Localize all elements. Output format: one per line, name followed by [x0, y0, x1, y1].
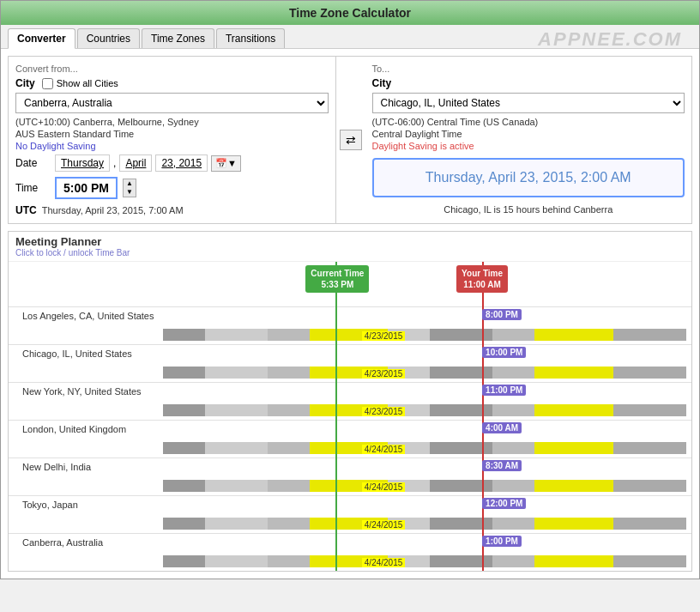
city-time-label: 4:00 AM — [482, 422, 522, 433]
time-up-btn[interactable]: ▲ — [124, 179, 136, 188]
city-name-label: Canberra, Australia — [15, 536, 110, 549]
city-name-label: Tokyo, Japan — [15, 498, 85, 512]
date-month[interactable]: April — [119, 155, 152, 172]
time-spinner[interactable]: ▲ ▼ — [123, 179, 136, 197]
planner-area[interactable]: Current Time5:33 PMYour Time11:00 AM Los… — [9, 262, 691, 571]
from-tz-offset: (UTC+10:00) Canberra, Melbourne, Sydney — [15, 117, 329, 127]
result-box: Thursday, April 23, 2015, 2:00 AM — [372, 158, 685, 197]
city-name-label: New York, NY, United States — [15, 385, 148, 398]
timeline-bar — [163, 404, 686, 416]
result-text: Thursday, April 23, 2015, 2:00 AM — [425, 170, 631, 185]
city-time-label: 1:00 PM — [482, 536, 522, 547]
swap-button[interactable]: ⇄ — [340, 130, 362, 150]
time-label: Time — [15, 182, 50, 194]
city-name-label: New Delhi, India — [15, 460, 98, 474]
converter-section: Convert from... City Show all Cities Can… — [8, 56, 692, 224]
city-date-label: 4/24/2015 — [362, 558, 406, 567]
city-header-to-row: City — [372, 77, 685, 89]
date-day[interactable]: Thursday — [55, 155, 110, 172]
tab-converter[interactable]: Converter — [8, 28, 75, 49]
city-rows-container: Los Angeles, CA, United States8:00 PM4/2… — [9, 306, 691, 571]
city-date-label: 4/23/2015 — [362, 407, 406, 416]
show-all-cities-row: Show all Cities — [42, 78, 118, 89]
time-value: 5:00 PM — [63, 181, 109, 195]
planner-city-row[interactable]: Chicago, IL, United States10:00 PM4/23/2… — [9, 344, 691, 382]
from-tz-name: AUS Eastern Standard Time — [15, 129, 329, 139]
to-tz-offset: (UTC-06:00) Central Time (US Canada) — [372, 117, 685, 127]
show-all-cities-label: Show all Cities — [57, 78, 118, 88]
city-time-label: 8:30 AM — [482, 460, 522, 471]
timeline-bar — [163, 518, 686, 530]
tabs-row: Converter Countries Time Zones Transitio… — [1, 25, 699, 49]
app-container: Time Zone Calculator Converter Countries… — [0, 0, 700, 579]
meeting-hint[interactable]: Click to lock / unlock Time Bar — [15, 248, 685, 258]
utc-label: UTC — [15, 204, 37, 216]
date-label: Date — [15, 157, 50, 169]
to-tz-name: Central Daylight Time — [372, 129, 685, 139]
to-daylight: Daylight Saving is active — [372, 141, 685, 151]
time-markers-row: Current Time5:33 PMYour Time11:00 AM — [9, 262, 691, 306]
planner-city-row[interactable]: Canberra, Australia1:00 PM4/24/2015 — [9, 533, 691, 571]
city-name-label: London, United Kingdom — [15, 422, 133, 436]
date-row: Date Thursday , April 23, 2015 📅▼ — [15, 155, 329, 172]
timeline-bar — [163, 480, 686, 492]
timeline-bar — [163, 367, 686, 379]
date-comma: , — [113, 157, 116, 169]
planner-city-row[interactable]: New York, NY, United States11:00 PM4/23/… — [9, 382, 691, 420]
planner-city-row[interactable]: New Delhi, India8:30 AM4/24/2015 — [9, 457, 691, 495]
timeline-bar — [163, 555, 686, 567]
behind-text: Chicago, IL is 15 hours behind Canberra — [372, 204, 685, 215]
main-content: Convert from... City Show all Cities Can… — [1, 49, 699, 579]
date-num[interactable]: 23, 2015 — [155, 155, 208, 172]
meeting-section: Meeting Planner Click to lock / unlock T… — [8, 231, 692, 572]
city-name-label: Chicago, IL, United States — [15, 347, 139, 361]
city-label-to: City — [372, 77, 392, 89]
city-date-label: 4/23/2015 — [362, 331, 406, 341]
utc-row: UTC Thursday, April 23, 2015, 7:00 AM — [15, 204, 329, 216]
time-down-btn[interactable]: ▼ — [124, 188, 136, 197]
city-time-label: 12:00 PM — [482, 498, 526, 509]
title-bar: Time Zone Calculator — [1, 1, 699, 25]
to-city-select[interactable]: Chicago, IL, United States — [372, 93, 685, 113]
your-time-marker[interactable]: Your Time11:00 AM — [456, 265, 508, 293]
city-time-label: 11:00 PM — [482, 385, 526, 396]
calendar-button[interactable]: 📅▼ — [211, 155, 241, 172]
tab-timezones[interactable]: Time Zones — [142, 28, 214, 48]
planner-city-row[interactable]: Los Angeles, CA, United States8:00 PM4/2… — [9, 306, 691, 344]
meeting-header: Meeting Planner Click to lock / unlock T… — [9, 232, 691, 262]
timeline-bar — [163, 329, 686, 341]
date-display: Thursday , April 23, 2015 📅▼ — [55, 155, 241, 172]
city-date-label: 4/24/2015 — [362, 445, 406, 454]
appnee-logo: APPNEE.COM — [538, 28, 682, 51]
city-time-label: 10:00 PM — [482, 347, 526, 358]
to-panel: To... City Chicago, IL, United States (U… — [365, 57, 692, 223]
from-label: Convert from... — [15, 64, 329, 74]
red-time-line — [482, 262, 484, 571]
planner-city-row[interactable]: Tokyo, Japan12:00 PM4/24/2015 — [9, 495, 691, 533]
tab-countries[interactable]: Countries — [77, 28, 140, 48]
utc-value: Thursday, April 23, 2015, 7:00 AM — [42, 205, 184, 215]
current-time-marker[interactable]: Current Time5:33 PM — [305, 265, 369, 293]
city-date-label: 4/23/2015 — [362, 369, 406, 379]
city-header-row: City Show all Cities — [15, 77, 329, 89]
show-all-cities-checkbox[interactable] — [42, 78, 53, 89]
time-input-row: Time 5:00 PM ▲ ▼ — [15, 177, 329, 199]
app-title: Time Zone Calculator — [289, 6, 411, 20]
to-label: To... — [372, 64, 685, 74]
city-label-from: City — [15, 77, 35, 89]
green-time-line — [335, 262, 337, 571]
planner-city-row[interactable]: London, United Kingdom4:00 AM4/24/2015 — [9, 420, 691, 457]
from-city-select[interactable]: Canberra, Australia — [15, 93, 329, 113]
city-date-label: 4/24/2015 — [362, 482, 406, 492]
city-date-label: 4/24/2015 — [362, 520, 406, 530]
from-daylight: No Daylight Saving — [15, 141, 329, 151]
tab-transitions[interactable]: Transitions — [216, 28, 285, 48]
swap-column: ⇄ — [336, 57, 365, 223]
meeting-title: Meeting Planner — [15, 235, 685, 248]
timeline-bar — [163, 442, 686, 454]
from-panel: Convert from... City Show all Cities Can… — [9, 57, 336, 223]
city-time-label: 8:00 PM — [482, 309, 522, 320]
time-display: 5:00 PM — [55, 177, 118, 199]
city-name-label: Los Angeles, CA, United States — [15, 309, 160, 323]
